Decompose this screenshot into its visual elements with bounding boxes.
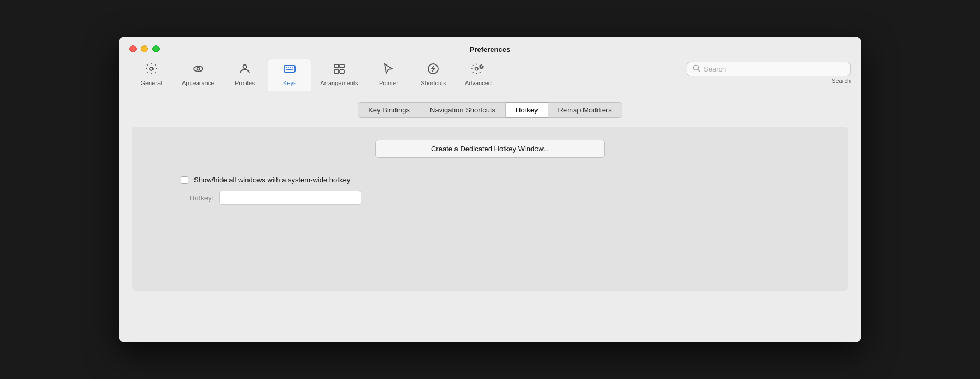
svg-point-18 bbox=[481, 66, 483, 68]
svg-point-3 bbox=[243, 65, 247, 69]
eye-icon bbox=[192, 62, 205, 78]
toolbar-item-keys[interactable]: Keys bbox=[268, 59, 311, 91]
divider bbox=[148, 167, 832, 167]
svg-point-19 bbox=[694, 65, 699, 70]
preferences-window: Preferences General bbox=[119, 37, 861, 342]
svg-rect-14 bbox=[334, 70, 339, 73]
toolbar-general-label: General bbox=[140, 80, 162, 86]
toolbar: General Appearance bbox=[119, 54, 861, 91]
toolbar-profiles-label: Profiles bbox=[235, 80, 255, 86]
svg-rect-15 bbox=[340, 70, 344, 73]
toolbar-item-advanced[interactable]: Advanced bbox=[456, 59, 500, 91]
toolbar-items: General Appearance bbox=[129, 59, 687, 91]
hotkey-input[interactable] bbox=[219, 191, 361, 205]
hotkey-field-label: Hotkey: bbox=[181, 194, 214, 202]
keyboard-icon bbox=[283, 62, 296, 78]
toolbar-shortcuts-label: Shortcuts bbox=[421, 80, 446, 86]
subtab-key-bindings[interactable]: Key Bindings bbox=[358, 102, 420, 118]
show-hide-checkbox[interactable] bbox=[181, 176, 188, 184]
subtab-navigation-shortcuts[interactable]: Navigation Shortcuts bbox=[420, 102, 506, 118]
search-input[interactable] bbox=[704, 65, 845, 73]
advanced-gear-icon bbox=[471, 62, 485, 78]
toolbar-item-general[interactable]: General bbox=[129, 59, 173, 91]
toolbar-arrangements-label: Arrangements bbox=[320, 80, 358, 86]
person-icon bbox=[238, 62, 251, 78]
subtab-hotkey[interactable]: Hotkey bbox=[506, 102, 548, 118]
titlebar: Preferences bbox=[119, 37, 861, 54]
search-box[interactable] bbox=[687, 62, 851, 76]
toolbar-item-arrangements[interactable]: Arrangements bbox=[312, 59, 365, 91]
create-dedicated-hotkey-button[interactable]: Create a Dedicated Hotkey Window... bbox=[375, 140, 605, 158]
svg-point-0 bbox=[150, 67, 153, 70]
svg-rect-13 bbox=[340, 64, 344, 68]
show-hide-label: Show/hide all windows with a system-wide… bbox=[194, 176, 350, 184]
toolbar-item-pointer[interactable]: Pointer bbox=[367, 59, 410, 91]
toolbar-keys-label: Keys bbox=[283, 80, 296, 86]
svg-line-20 bbox=[698, 69, 700, 72]
toolbar-advanced-label: Advanced bbox=[465, 80, 492, 86]
svg-rect-4 bbox=[284, 66, 295, 72]
svg-point-2 bbox=[197, 68, 199, 70]
search-icon bbox=[693, 64, 700, 74]
toolbar-search: Search bbox=[687, 62, 851, 84]
svg-rect-12 bbox=[334, 64, 339, 68]
hotkey-panel: Create a Dedicated Hotkey Window... Show… bbox=[132, 127, 848, 291]
svg-point-17 bbox=[475, 67, 479, 70]
minimize-button[interactable] bbox=[141, 45, 148, 52]
subtabs: Key Bindings Navigation Shortcuts Hotkey… bbox=[132, 102, 848, 118]
arrangements-icon bbox=[333, 62, 346, 78]
toolbar-item-appearance[interactable]: Appearance bbox=[174, 59, 222, 91]
search-label: Search bbox=[831, 78, 851, 84]
maximize-button[interactable] bbox=[152, 45, 160, 52]
svg-point-1 bbox=[194, 66, 203, 72]
toolbar-item-profiles[interactable]: Profiles bbox=[223, 59, 267, 91]
toolbar-pointer-label: Pointer bbox=[379, 80, 398, 86]
subtab-remap-modifiers[interactable]: Remap Modifiers bbox=[548, 102, 622, 118]
hotkey-field-row: Hotkey: bbox=[181, 191, 832, 205]
show-hide-checkbox-row: Show/hide all windows with a system-wide… bbox=[181, 176, 832, 184]
traffic-lights bbox=[129, 45, 160, 52]
lightning-icon bbox=[427, 62, 440, 78]
toolbar-item-shortcuts[interactable]: Shortcuts bbox=[411, 59, 455, 91]
pointer-icon bbox=[382, 62, 395, 78]
content-area: Key Bindings Navigation Shortcuts Hotkey… bbox=[119, 91, 861, 342]
toolbar-appearance-label: Appearance bbox=[182, 80, 214, 86]
window-title: Preferences bbox=[470, 45, 510, 54]
close-button[interactable] bbox=[129, 45, 137, 52]
create-button-row: Create a Dedicated Hotkey Window... bbox=[148, 140, 832, 158]
gear-icon bbox=[145, 62, 158, 78]
